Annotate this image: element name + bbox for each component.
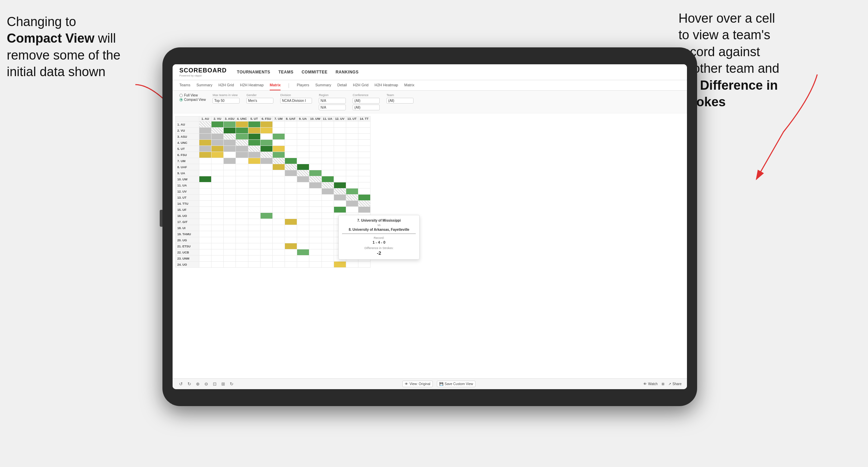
cell-9-0[interactable] — [199, 176, 212, 182]
cell-14-2[interactable] — [224, 207, 236, 213]
cell-6-5[interactable] — [260, 158, 272, 164]
cell-15-9[interactable] — [309, 213, 321, 219]
cell-9-8[interactable] — [297, 176, 309, 182]
cell-1-1[interactable] — [212, 128, 224, 134]
cell-11-12[interactable] — [346, 188, 358, 195]
cell-2-13[interactable] — [358, 134, 370, 140]
cell-12-5[interactable] — [260, 195, 272, 201]
cell-0-4[interactable] — [248, 121, 260, 128]
view-original-btn[interactable]: 👁 View: Original — [402, 381, 433, 387]
cell-21-5[interactable] — [260, 249, 272, 255]
cell-18-5[interactable] — [260, 231, 272, 237]
cell-1-8[interactable] — [297, 128, 309, 134]
cell-14-5[interactable] — [260, 207, 272, 213]
cell-17-1[interactable] — [212, 225, 224, 231]
cell-20-1[interactable] — [212, 243, 224, 249]
cell-10-4[interactable] — [248, 182, 260, 188]
radio-full-view[interactable]: Full View — [179, 93, 206, 97]
tab-h2h-heatmap[interactable]: H2H Heatmap — [240, 80, 264, 90]
cell-19-2[interactable] — [224, 237, 236, 243]
cell-7-0[interactable] — [199, 164, 212, 170]
cell-5-13[interactable] — [358, 152, 370, 158]
cell-18-3[interactable] — [236, 231, 248, 237]
cell-1-6[interactable] — [272, 128, 285, 134]
cell-18-10[interactable] — [321, 231, 334, 237]
cell-21-1[interactable] — [212, 249, 224, 255]
cell-13-13[interactable] — [358, 201, 370, 207]
cell-21-2[interactable] — [224, 249, 236, 255]
cell-10-12[interactable] — [346, 182, 358, 188]
cell-22-4[interactable] — [248, 255, 260, 262]
cell-12-1[interactable] — [212, 195, 224, 201]
cell-13-2[interactable] — [224, 201, 236, 207]
tool-icon-5[interactable]: ↻ — [229, 380, 235, 387]
cell-8-0[interactable] — [199, 170, 212, 176]
radio-compact-view[interactable]: Compact View — [179, 98, 206, 102]
cell-2-5[interactable] — [260, 134, 272, 140]
cell-12-2[interactable] — [224, 195, 236, 201]
cell-15-10[interactable] — [321, 213, 334, 219]
cell-2-7[interactable] — [285, 134, 297, 140]
cell-1-0[interactable] — [199, 128, 212, 134]
cell-7-2[interactable] — [224, 164, 236, 170]
cell-0-12[interactable] — [346, 121, 358, 128]
cell-5-12[interactable] — [346, 152, 358, 158]
cell-4-9[interactable] — [309, 146, 321, 152]
cell-5-0[interactable] — [199, 152, 212, 158]
cell-10-11[interactable] — [334, 182, 346, 188]
cell-19-6[interactable] — [272, 237, 285, 243]
cell-7-10[interactable] — [321, 164, 334, 170]
cell-0-5[interactable] — [260, 121, 272, 128]
cell-16-1[interactable] — [212, 219, 224, 225]
cell-6-13[interactable] — [358, 158, 370, 164]
cell-4-4[interactable] — [248, 146, 260, 152]
cell-19-9[interactable] — [309, 237, 321, 243]
cell-7-8[interactable] — [297, 164, 309, 170]
cell-14-10[interactable] — [321, 207, 334, 213]
cell-6-3[interactable] — [236, 158, 248, 164]
cell-2-0[interactable] — [199, 134, 212, 140]
cell-18-9[interactable] — [309, 231, 321, 237]
nav-teams[interactable]: TEAMS — [279, 68, 294, 76]
cell-0-2[interactable] — [224, 121, 236, 128]
cell-9-10[interactable] — [321, 176, 334, 182]
cell-18-8[interactable] — [297, 231, 309, 237]
cell-15-7[interactable] — [285, 213, 297, 219]
cell-1-12[interactable] — [346, 128, 358, 134]
tool-icon-1[interactable]: ⊕ — [195, 380, 201, 387]
cell-5-11[interactable] — [334, 152, 346, 158]
cell-14-8[interactable] — [297, 207, 309, 213]
cell-17-0[interactable] — [199, 225, 212, 231]
cell-1-9[interactable] — [309, 128, 321, 134]
cell-20-2[interactable] — [224, 243, 236, 249]
cell-13-10[interactable] — [321, 201, 334, 207]
cell-17-8[interactable] — [297, 225, 309, 231]
cell-12-6[interactable] — [272, 195, 285, 201]
redo-icon[interactable]: ↻ — [186, 380, 192, 387]
cell-2-4[interactable] — [248, 134, 260, 140]
cell-16-9[interactable] — [309, 219, 321, 225]
cell-12-12[interactable] — [346, 195, 358, 201]
cell-9-3[interactable] — [236, 176, 248, 182]
cell-7-13[interactable] — [358, 164, 370, 170]
cell-9-12[interactable] — [346, 176, 358, 182]
cell-6-4[interactable] — [248, 158, 260, 164]
cell-0-1[interactable] — [212, 121, 224, 128]
cell-16-10[interactable] — [321, 219, 334, 225]
division-select[interactable]: NCAA Division I — [280, 98, 312, 104]
cell-13-6[interactable] — [272, 201, 285, 207]
cell-11-11[interactable] — [334, 188, 346, 195]
share-btn[interactable]: ↗ Share — [668, 382, 682, 386]
cell-6-8[interactable] — [297, 158, 309, 164]
tab-matrix2[interactable]: Matrix — [404, 80, 414, 90]
cell-20-3[interactable] — [236, 243, 248, 249]
cell-17-3[interactable] — [236, 225, 248, 231]
cell-15-8[interactable] — [297, 213, 309, 219]
cell-16-3[interactable] — [236, 219, 248, 225]
cell-20-6[interactable] — [272, 243, 285, 249]
cell-3-4[interactable] — [248, 140, 260, 146]
cell-1-7[interactable] — [285, 128, 297, 134]
cell-6-9[interactable] — [309, 158, 321, 164]
cell-21-9[interactable] — [309, 249, 321, 255]
tab-teams[interactable]: Teams — [179, 80, 190, 90]
